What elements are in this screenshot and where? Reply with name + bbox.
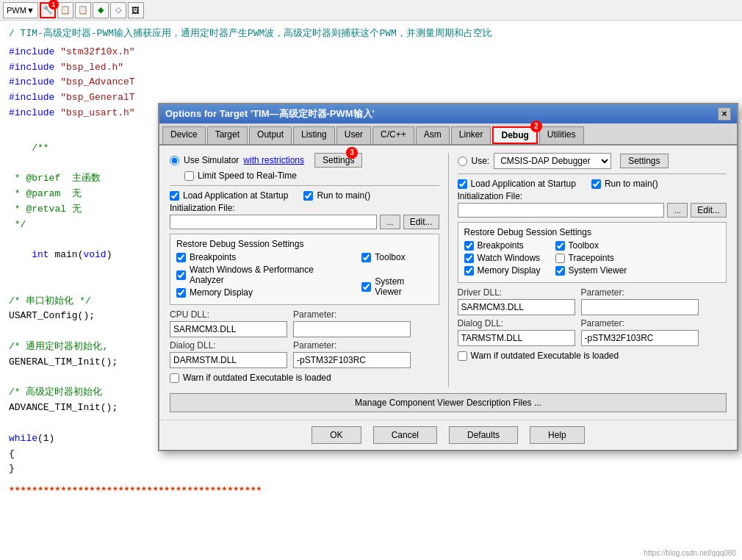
warn-cb-left[interactable] [170, 373, 179, 383]
dialog-dll-group-right: Dialog DLL: [458, 318, 575, 346]
debugger-dropdown[interactable]: CMSIS-DAP Debugger [494, 153, 611, 169]
defaults-button[interactable]: Defaults [449, 426, 518, 444]
memory-display-cb-left[interactable] [176, 288, 186, 298]
restore-col2-left: Toolbox System Viewer [361, 252, 432, 300]
dialog-dll-input-left[interactable] [170, 352, 287, 368]
dialog-param-input-left[interactable] [293, 352, 411, 368]
breakpoints-row-right: Breakpoints [464, 240, 541, 251]
toolbar-button-5[interactable]: ◇ [110, 2, 126, 18]
dialog-dll-row-left: Dialog DLL: Parameter: [170, 340, 439, 368]
cancel-button[interactable]: Cancel [373, 426, 437, 444]
dialog-param-input-right[interactable] [581, 330, 699, 346]
init-file-input-right[interactable] [458, 203, 665, 218]
memory-display-cb-right[interactable] [464, 266, 474, 276]
badge-2: 2 [530, 121, 542, 132]
toolbar-button-4[interactable]: ◆ [93, 2, 109, 18]
dropdown-arrow: ▼ [26, 6, 35, 15]
load-app-checkbox-left[interactable] [170, 191, 179, 201]
load-app-row-right: Load Application at Startup Run to main(… [458, 179, 727, 189]
toolbox-cb-left[interactable] [361, 253, 371, 262]
help-button[interactable]: Help [530, 426, 585, 444]
pwm-label: PWM [7, 6, 26, 15]
memory-display-row-right: Memory Display [464, 265, 541, 276]
restore-grid-right: Breakpoints Watch Windows Memory Display [464, 240, 721, 278]
toolbox-cb-right[interactable] [555, 241, 565, 251]
browse-btn-left[interactable]: ... [380, 215, 400, 229]
cpu-dll-input[interactable] [170, 321, 287, 337]
options-dialog: Options for Target 'TIM—高级定时器-PWM输入' × D… [158, 103, 738, 451]
run-to-main-checkbox-left[interactable] [303, 191, 313, 201]
dialog-dll-row-right: Dialog DLL: Parameter: [458, 318, 727, 346]
system-viewer-cb-right[interactable] [555, 266, 565, 276]
dialog-dll-label-left: Dialog DLL: [170, 340, 287, 351]
manage-component-btn[interactable]: Manage Component Viewer Description File… [170, 393, 727, 412]
two-column-layout: Use Simulator with restrictions 3 Settin… [170, 153, 727, 387]
tab-user[interactable]: User [336, 126, 371, 144]
restore-section-left: Restore Debug Session Settings Breakpoin… [170, 234, 439, 305]
pwm-dropdown[interactable]: PWM ▼ [3, 2, 38, 18]
badge-1: 1 [48, 0, 59, 10]
cpu-dll-row: CPU DLL: Parameter: [170, 309, 439, 337]
dialog-content: Use Simulator with restrictions 3 Settin… [159, 146, 737, 420]
driver-dll-row: Driver DLL: Parameter: [458, 287, 727, 315]
dialog-title: Options for Target 'TIM—高级定时器-PWM输入' [165, 107, 375, 121]
cpu-param-label: Parameter: [293, 309, 439, 320]
tab-debug[interactable]: Debug 2 [492, 126, 537, 144]
simulator-label: Use Simulator [184, 155, 239, 165]
watermark: https://blog.csdn.net/qqq080 [644, 549, 736, 557]
browse-btn-right[interactable]: ... [667, 203, 688, 218]
dialog-dll-input-right[interactable] [458, 330, 575, 346]
dialog-param-group-right: Parameter: [581, 318, 727, 346]
column-divider [448, 153, 449, 387]
dialog-close-button[interactable]: × [718, 107, 731, 121]
dialog-footer: OK Cancel Defaults Help [159, 420, 737, 450]
toolbar-button-6[interactable]: 🖼 [128, 2, 144, 18]
tab-cc[interactable]: C/C++ [372, 126, 414, 144]
system-viewer-row-right: System Viewer [555, 265, 627, 276]
edit-btn-right[interactable]: Edit... [691, 203, 727, 218]
run-to-main-label-left: Run to main() [317, 190, 370, 201]
simulator-radio[interactable] [170, 156, 179, 165]
driver-param-input[interactable] [581, 299, 699, 315]
memory-display-label-left: Memory Display [190, 287, 253, 298]
edit-btn-left[interactable]: Edit... [403, 215, 439, 229]
dialog-titlebar: Options for Target 'TIM—高级定时器-PWM输入' × [159, 104, 737, 123]
toolbar-button-1[interactable]: 🔧 1 [40, 2, 56, 18]
load-app-checkbox-right[interactable] [458, 179, 467, 189]
include-2: #include "bsp_led.h" [9, 60, 733, 76]
init-file-label-right: Initialization File: [458, 191, 727, 201]
cpu-param-input[interactable] [293, 321, 411, 337]
limit-speed-checkbox[interactable] [184, 171, 194, 181]
watch-windows-cb-right[interactable] [464, 254, 474, 263]
ok-button[interactable]: OK [311, 426, 361, 444]
right-settings-btn[interactable]: Settings [620, 154, 668, 168]
toolbar-button-3[interactable]: 📋 [75, 2, 91, 18]
restrictions-link[interactable]: with restrictions [243, 155, 304, 165]
tab-asm[interactable]: Asm [416, 126, 450, 144]
tab-utilities[interactable]: Utilities [539, 126, 584, 144]
cpu-dll-group: CPU DLL: [170, 309, 287, 337]
tab-device[interactable]: Device [162, 126, 206, 144]
watch-windows-cb-left[interactable] [176, 270, 186, 280]
tab-listing[interactable]: Listing [293, 126, 335, 144]
toolbar-button-2[interactable]: 📋 [57, 2, 73, 18]
tab-target[interactable]: Target [207, 126, 248, 144]
simulator-row: Use Simulator with restrictions 3 Settin… [170, 153, 439, 168]
warn-row-right: Warn if outdated Executable is loaded [458, 351, 727, 361]
system-viewer-cb-left[interactable] [361, 282, 371, 292]
tracepoints-cb-right[interactable] [555, 254, 565, 263]
init-file-input-left[interactable] [170, 215, 377, 229]
tab-output[interactable]: Output [249, 126, 292, 144]
driver-dll-input[interactable] [458, 299, 575, 315]
restore-grid-left: Breakpoints Watch Windows & Performance … [176, 252, 433, 300]
image-icon: 🖼 [132, 6, 140, 15]
use-radio[interactable] [458, 157, 467, 166]
breakpoints-cb-left[interactable] [176, 253, 186, 262]
memory-display-row-left: Memory Display [176, 287, 347, 298]
limit-speed-label: Limit Speed to Real-Time [198, 170, 297, 181]
breakpoints-cb-right[interactable] [464, 241, 474, 251]
tab-linker[interactable]: Linker [451, 126, 491, 144]
dialog-param-group-left: Parameter: [293, 340, 439, 368]
run-to-main-checkbox-right[interactable] [591, 179, 601, 189]
warn-cb-right[interactable] [458, 351, 467, 361]
